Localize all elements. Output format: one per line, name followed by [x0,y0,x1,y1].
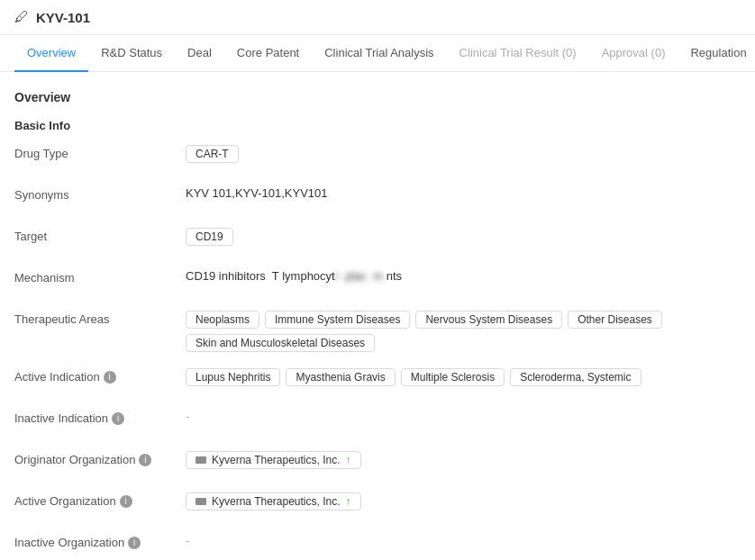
target-value: CD19 [186,228,741,246]
active-indication-value: Lupus Nephritis Myasthenia Gravis Multip… [186,368,741,386]
drug-type-row: Drug Type CAR-T [14,145,741,170]
originator-org-label: Originator Organization i [14,451,186,466]
therapeutic-tag-neoplasms[interactable]: Neoplasms [186,311,259,329]
active-org-info-icon[interactable]: i [120,495,132,508]
inactive-indication-row: Inactive Indication i - [14,410,741,435]
active-org-arrow-icon: ↑ [346,495,351,508]
active-org-icon [196,498,206,505]
therapeutic-areas-value: Neoplasms Immune System Diseases Nervous… [186,311,741,352]
org-arrow-icon: ↑ [346,454,351,466]
content-area: Overview Basic Info Drug Type CAR-T Syno… [0,72,755,560]
therapeutic-tag-skin[interactable]: Skin and Musculoskeletal Diseases [186,334,375,352]
org-icon [196,456,206,464]
tab-overview[interactable]: Overview [14,35,88,72]
nav-tabs: Overview R&D Status Deal Core Patent Cli… [0,35,755,72]
tab-clinical-trial-result: Clinical Trial Result (0) [447,35,589,72]
inactive-org-info-icon[interactable]: i [128,537,141,549]
originator-org-value: Kyverna Therapeutics, Inc. ↑ [186,451,741,469]
target-row: Target CD19 [14,228,741,253]
therapeutic-tag-immune[interactable]: Immune System Diseases [265,311,410,329]
inactive-indication-label: Inactive Indication i [14,410,186,425]
section-title: Overview [14,90,741,104]
originator-org-tag[interactable]: Kyverna Therapeutics, Inc. ↑ [186,451,361,469]
drug-type-tag: CAR-T [186,145,239,163]
tab-regulation[interactable]: Regulation [678,35,755,72]
edit-icon: 🖊 [14,9,29,25]
active-org-row: Active Organization i Kyverna Therapeuti… [14,492,741,518]
indication-tag-lupus[interactable]: Lupus Nephritis [186,368,280,386]
mechanism-row: Mechanism CD19 inhibitors T lymphocytr p… [14,269,741,294]
synonyms-label: Synonyms [14,186,186,202]
inactive-org-value: - [186,534,741,547]
active-indication-label: Active Indication i [14,368,186,384]
target-tag: CD19 [186,228,233,246]
tab-core-patent[interactable]: Core Patent [224,35,312,72]
indication-tag-ms[interactable]: Multiple Sclerosis [401,368,505,386]
subsection-title: Basic Info [14,119,741,132]
therapeutic-tag-other[interactable]: Other Diseases [568,311,662,329]
tab-clinical-trial-analysis[interactable]: Clinical Trial Analysis [312,35,446,72]
inactive-org-label: Inactive Organization i [14,534,186,549]
drug-type-label: Drug Type [14,145,186,160]
originator-org-name: Kyverna Therapeutics, Inc. [212,454,341,466]
active-org-name: Kyverna Therapeutics, Inc. [212,495,341,508]
tab-rd-status[interactable]: R&D Status [88,35,175,72]
target-label: Target [14,228,186,243]
indication-tag-myasthenia[interactable]: Myasthenia Gravis [286,368,395,386]
app-title: KYV-101 [36,10,90,25]
active-indication-row: Active Indication i Lupus Nephritis Myas… [14,368,741,393]
inactive-org-row: Inactive Organization i - [14,534,741,559]
active-org-tag[interactable]: Kyverna Therapeutics, Inc. ↑ [186,492,361,510]
mechanism-value: CD19 inhibitors T lymphocytr plac m nts [186,269,741,283]
synonyms-value: KYV 101,KYV-101,KYV101 [186,186,741,200]
inactive-indication-value: - [186,410,741,423]
therapeutic-tag-nervous[interactable]: Nervous System Diseases [415,311,562,329]
drug-type-value: CAR-T [186,145,741,163]
tab-deal[interactable]: Deal [175,35,224,72]
therapeutic-areas-row: Therapeutic Areas Neoplasms Immune Syste… [14,311,741,352]
inactive-indication-info-icon[interactable]: i [112,412,124,425]
tab-approval: Approval (0) [589,35,678,72]
active-org-label: Active Organization i [14,492,186,508]
originator-org-row: Originator Organization i Kyverna Therap… [14,451,741,476]
synonyms-row: Synonyms KYV 101,KYV-101,KYV101 [14,186,741,212]
originator-org-info-icon[interactable]: i [139,454,151,466]
indication-tag-scleroderma[interactable]: Scleroderma, Systemic [510,368,641,386]
active-indication-info-icon[interactable]: i [104,371,116,384]
title-bar: 🖊 KYV-101 [0,0,755,35]
active-org-value: Kyverna Therapeutics, Inc. ↑ [186,492,741,510]
mechanism-blurred: r plac m [335,269,387,283]
therapeutic-areas-label: Therapeutic Areas [14,311,186,326]
mechanism-label: Mechanism [14,269,186,285]
